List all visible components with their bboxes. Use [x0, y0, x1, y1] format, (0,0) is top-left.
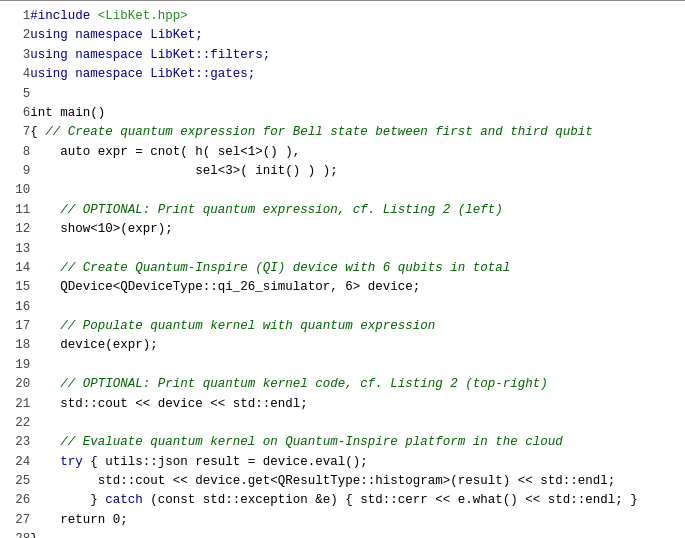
code-table: 1#include <LibKet.hpp>2using namespace L… — [0, 7, 685, 538]
line-content — [30, 414, 685, 433]
code-line: 16 — [0, 298, 685, 317]
code-line: 7{ // Create quantum expression for Bell… — [0, 123, 685, 142]
code-line: 17 // Populate quantum kernel with quant… — [0, 317, 685, 336]
code-line: 6int main() — [0, 104, 685, 123]
code-line: 9 sel<3>( init() ) ); — [0, 162, 685, 181]
code-line: 10 — [0, 181, 685, 200]
code-line: 26 } catch (const std::exception &e) { s… — [0, 491, 685, 510]
line-number: 8 — [0, 143, 30, 162]
line-number: 13 — [0, 240, 30, 259]
code-line: 24 try { utils::json result = device.eva… — [0, 453, 685, 472]
line-content: } — [30, 530, 685, 538]
line-number: 10 — [0, 181, 30, 200]
code-line: 8 auto expr = cnot( h( sel<1>() ), — [0, 143, 685, 162]
code-line: 13 — [0, 240, 685, 259]
code-line: 21 std::cout << device << std::endl; — [0, 395, 685, 414]
line-content: auto expr = cnot( h( sel<1>() ), — [30, 143, 685, 162]
line-number: 25 — [0, 472, 30, 491]
line-number: 17 — [0, 317, 30, 336]
code-line: 19 — [0, 356, 685, 375]
line-content: { // Create quantum expression for Bell … — [30, 123, 685, 142]
line-number: 3 — [0, 46, 30, 65]
line-content: using namespace LibKet::filters; — [30, 46, 685, 65]
code-block: 1#include <LibKet.hpp>2using namespace L… — [0, 0, 685, 538]
line-number: 7 — [0, 123, 30, 142]
line-number: 14 — [0, 259, 30, 278]
code-line: 28} — [0, 530, 685, 538]
line-number: 16 — [0, 298, 30, 317]
line-number: 15 — [0, 278, 30, 297]
line-number: 20 — [0, 375, 30, 394]
code-line: 23 // Evaluate quantum kernel on Quantum… — [0, 433, 685, 452]
line-content: // Populate quantum kernel with quantum … — [30, 317, 685, 336]
code-line: 1#include <LibKet.hpp> — [0, 7, 685, 26]
line-content: std::cout << device.get<QResultType::his… — [30, 472, 685, 491]
line-number: 27 — [0, 511, 30, 530]
code-line: 14 // Create Quantum-Inspire (QI) device… — [0, 259, 685, 278]
line-number: 28 — [0, 530, 30, 538]
line-content: int main() — [30, 104, 685, 123]
line-number: 26 — [0, 491, 30, 510]
line-content — [30, 240, 685, 259]
line-number: 1 — [0, 7, 30, 26]
line-content: } catch (const std::exception &e) { std:… — [30, 491, 685, 510]
line-content: return 0; — [30, 511, 685, 530]
line-content: QDevice<QDeviceType::qi_26_simulator, 6>… — [30, 278, 685, 297]
line-number: 23 — [0, 433, 30, 452]
line-number: 5 — [0, 85, 30, 104]
line-content: // OPTIONAL: Print quantum kernel code, … — [30, 375, 685, 394]
line-content — [30, 356, 685, 375]
code-line: 2using namespace LibKet; — [0, 26, 685, 45]
line-content: sel<3>( init() ) ); — [30, 162, 685, 181]
code-line: 18 device(expr); — [0, 336, 685, 355]
code-line: 20 // OPTIONAL: Print quantum kernel cod… — [0, 375, 685, 394]
line-content: #include <LibKet.hpp> — [30, 7, 685, 26]
code-line: 5 — [0, 85, 685, 104]
line-number: 22 — [0, 414, 30, 433]
line-number: 9 — [0, 162, 30, 181]
line-content: using namespace LibKet::gates; — [30, 65, 685, 84]
line-content: device(expr); — [30, 336, 685, 355]
line-number: 11 — [0, 201, 30, 220]
line-number: 4 — [0, 65, 30, 84]
line-content: using namespace LibKet; — [30, 26, 685, 45]
code-line: 11 // OPTIONAL: Print quantum expression… — [0, 201, 685, 220]
code-line: 15 QDevice<QDeviceType::qi_26_simulator,… — [0, 278, 685, 297]
line-number: 21 — [0, 395, 30, 414]
code-line: 25 std::cout << device.get<QResultType::… — [0, 472, 685, 491]
line-content: show<10>(expr); — [30, 220, 685, 239]
line-content — [30, 298, 685, 317]
line-content: // Create Quantum-Inspire (QI) device wi… — [30, 259, 685, 278]
line-content — [30, 181, 685, 200]
line-content — [30, 85, 685, 104]
line-number: 24 — [0, 453, 30, 472]
line-content: std::cout << device << std::endl; — [30, 395, 685, 414]
line-content: try { utils::json result = device.eval()… — [30, 453, 685, 472]
line-content: // OPTIONAL: Print quantum expression, c… — [30, 201, 685, 220]
line-number: 12 — [0, 220, 30, 239]
line-number: 6 — [0, 104, 30, 123]
line-number: 18 — [0, 336, 30, 355]
line-number: 19 — [0, 356, 30, 375]
line-content: // Evaluate quantum kernel on Quantum-In… — [30, 433, 685, 452]
line-number: 2 — [0, 26, 30, 45]
code-line: 3using namespace LibKet::filters; — [0, 46, 685, 65]
code-line: 4using namespace LibKet::gates; — [0, 65, 685, 84]
code-line: 12 show<10>(expr); — [0, 220, 685, 239]
code-line: 27 return 0; — [0, 511, 685, 530]
code-line: 22 — [0, 414, 685, 433]
